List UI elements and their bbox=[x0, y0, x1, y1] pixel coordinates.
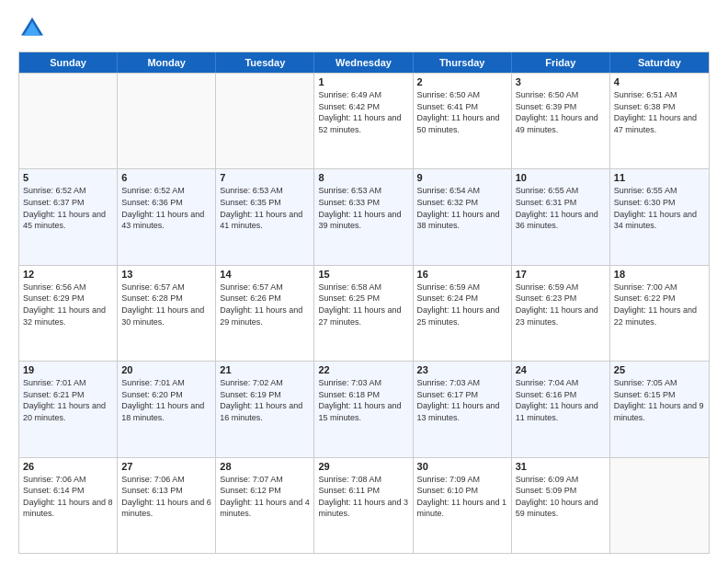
header-sunday: Sunday bbox=[19, 52, 118, 73]
day-number: 3 bbox=[516, 76, 606, 87]
cell-info: Sunrise: 6:50 AM Sunset: 6:39 PM Dayligh… bbox=[516, 89, 606, 135]
header-friday: Friday bbox=[512, 52, 610, 73]
calendar-cell: 29Sunrise: 7:08 AM Sunset: 6:11 PM Dayli… bbox=[314, 458, 413, 553]
calendar-cell: 26Sunrise: 7:06 AM Sunset: 6:14 PM Dayli… bbox=[19, 458, 118, 553]
cell-info: Sunrise: 6:09 AM Sunset: 5:09 PM Dayligh… bbox=[516, 474, 606, 520]
calendar-cell: 21Sunrise: 7:02 AM Sunset: 6:19 PM Dayli… bbox=[216, 362, 314, 456]
day-number: 12 bbox=[23, 269, 113, 280]
calendar-cell: 7Sunrise: 6:53 AM Sunset: 6:35 PM Daylig… bbox=[216, 169, 314, 264]
day-number: 21 bbox=[220, 364, 310, 375]
calendar-cell: 31Sunrise: 6:09 AM Sunset: 5:09 PM Dayli… bbox=[512, 458, 610, 553]
calendar-cell: 14Sunrise: 6:57 AM Sunset: 6:26 PM Dayli… bbox=[216, 266, 314, 361]
day-number: 25 bbox=[614, 364, 705, 375]
cell-info: Sunrise: 6:52 AM Sunset: 6:37 PM Dayligh… bbox=[23, 185, 113, 231]
cell-info: Sunrise: 6:59 AM Sunset: 6:23 PM Dayligh… bbox=[516, 282, 606, 327]
cell-info: Sunrise: 7:03 AM Sunset: 6:18 PM Dayligh… bbox=[318, 377, 408, 423]
header-wednesday: Wednesday bbox=[314, 52, 413, 73]
day-number: 15 bbox=[318, 269, 408, 280]
day-number: 14 bbox=[220, 269, 310, 280]
day-number: 7 bbox=[220, 172, 310, 183]
day-number: 19 bbox=[23, 364, 113, 375]
day-number: 11 bbox=[614, 172, 705, 183]
day-number: 13 bbox=[121, 269, 211, 280]
calendar-cell: 27Sunrise: 7:06 AM Sunset: 6:13 PM Dayli… bbox=[118, 458, 216, 553]
day-number: 9 bbox=[417, 172, 507, 183]
day-number: 16 bbox=[417, 269, 507, 280]
calendar-cell: 24Sunrise: 7:04 AM Sunset: 6:16 PM Dayli… bbox=[512, 362, 610, 456]
cell-info: Sunrise: 6:52 AM Sunset: 6:36 PM Dayligh… bbox=[121, 185, 211, 231]
day-number: 23 bbox=[417, 364, 507, 375]
cell-info: Sunrise: 6:57 AM Sunset: 6:28 PM Dayligh… bbox=[121, 282, 211, 327]
day-number: 2 bbox=[417, 76, 507, 87]
cell-info: Sunrise: 6:55 AM Sunset: 6:31 PM Dayligh… bbox=[516, 185, 606, 231]
calendar-cell: 19Sunrise: 7:01 AM Sunset: 6:21 PM Dayli… bbox=[19, 362, 118, 456]
logo-icon bbox=[18, 15, 46, 42]
page: Sunday Monday Tuesday Wednesday Thursday… bbox=[0, 0, 728, 563]
cell-info: Sunrise: 6:58 AM Sunset: 6:25 PM Dayligh… bbox=[318, 282, 408, 327]
calendar-cell: 4Sunrise: 6:51 AM Sunset: 6:38 PM Daylig… bbox=[610, 74, 709, 168]
calendar-cell: 9Sunrise: 6:54 AM Sunset: 6:32 PM Daylig… bbox=[414, 169, 512, 264]
cell-info: Sunrise: 6:53 AM Sunset: 6:35 PM Dayligh… bbox=[220, 185, 310, 231]
calendar-cell: 12Sunrise: 6:56 AM Sunset: 6:29 PM Dayli… bbox=[19, 266, 118, 361]
cell-info: Sunrise: 6:51 AM Sunset: 6:38 PM Dayligh… bbox=[614, 89, 705, 135]
calendar-header: Sunday Monday Tuesday Wednesday Thursday… bbox=[19, 52, 709, 73]
day-number: 4 bbox=[614, 76, 705, 87]
calendar: Sunday Monday Tuesday Wednesday Thursday… bbox=[18, 52, 710, 554]
calendar-cell: 23Sunrise: 7:03 AM Sunset: 6:17 PM Dayli… bbox=[414, 362, 512, 456]
calendar-cell: 18Sunrise: 7:00 AM Sunset: 6:22 PM Dayli… bbox=[610, 266, 709, 361]
cell-info: Sunrise: 6:53 AM Sunset: 6:33 PM Dayligh… bbox=[318, 185, 408, 231]
cell-info: Sunrise: 6:56 AM Sunset: 6:29 PM Dayligh… bbox=[23, 282, 113, 327]
calendar-cell: 22Sunrise: 7:03 AM Sunset: 6:18 PM Dayli… bbox=[314, 362, 413, 456]
cell-info: Sunrise: 7:06 AM Sunset: 6:14 PM Dayligh… bbox=[23, 474, 113, 520]
day-number: 1 bbox=[318, 76, 408, 87]
cell-info: Sunrise: 7:07 AM Sunset: 6:12 PM Dayligh… bbox=[220, 474, 310, 520]
cell-info: Sunrise: 7:01 AM Sunset: 6:21 PM Dayligh… bbox=[23, 377, 113, 423]
day-number: 6 bbox=[121, 172, 211, 183]
calendar-cell: 3Sunrise: 6:50 AM Sunset: 6:39 PM Daylig… bbox=[512, 74, 610, 168]
calendar-row: 12Sunrise: 6:56 AM Sunset: 6:29 PM Dayli… bbox=[19, 265, 709, 361]
cell-info: Sunrise: 7:00 AM Sunset: 6:22 PM Dayligh… bbox=[614, 282, 705, 327]
calendar-cell: 8Sunrise: 6:53 AM Sunset: 6:33 PM Daylig… bbox=[314, 169, 413, 264]
day-number: 30 bbox=[417, 461, 507, 472]
calendar-cell: 30Sunrise: 7:09 AM Sunset: 6:10 PM Dayli… bbox=[414, 458, 512, 553]
calendar-cell bbox=[216, 74, 314, 168]
cell-info: Sunrise: 6:55 AM Sunset: 6:30 PM Dayligh… bbox=[614, 185, 705, 231]
day-number: 5 bbox=[23, 172, 113, 183]
cell-info: Sunrise: 6:57 AM Sunset: 6:26 PM Dayligh… bbox=[220, 282, 310, 327]
cell-info: Sunrise: 7:05 AM Sunset: 6:15 PM Dayligh… bbox=[614, 377, 705, 423]
cell-info: Sunrise: 7:06 AM Sunset: 6:13 PM Dayligh… bbox=[121, 474, 211, 520]
cell-info: Sunrise: 7:01 AM Sunset: 6:20 PM Dayligh… bbox=[121, 377, 211, 423]
day-number: 18 bbox=[614, 269, 705, 280]
header-monday: Monday bbox=[118, 52, 216, 73]
logo bbox=[18, 15, 50, 42]
day-number: 24 bbox=[516, 364, 606, 375]
calendar-cell: 1Sunrise: 6:49 AM Sunset: 6:42 PM Daylig… bbox=[314, 74, 413, 168]
day-number: 31 bbox=[516, 461, 606, 472]
header-thursday: Thursday bbox=[414, 52, 512, 73]
calendar-cell: 25Sunrise: 7:05 AM Sunset: 6:15 PM Dayli… bbox=[610, 362, 709, 456]
day-number: 27 bbox=[121, 461, 211, 472]
cell-info: Sunrise: 6:59 AM Sunset: 6:24 PM Dayligh… bbox=[417, 282, 507, 327]
cell-info: Sunrise: 7:04 AM Sunset: 6:16 PM Dayligh… bbox=[516, 377, 606, 423]
calendar-cell bbox=[118, 74, 216, 168]
cell-info: Sunrise: 6:50 AM Sunset: 6:41 PM Dayligh… bbox=[417, 89, 507, 135]
calendar-cell bbox=[610, 458, 709, 553]
calendar-body: 1Sunrise: 6:49 AM Sunset: 6:42 PM Daylig… bbox=[19, 73, 709, 553]
cell-info: Sunrise: 6:49 AM Sunset: 6:42 PM Dayligh… bbox=[318, 89, 408, 135]
day-number: 22 bbox=[318, 364, 408, 375]
calendar-row: 26Sunrise: 7:06 AM Sunset: 6:14 PM Dayli… bbox=[19, 457, 709, 553]
cell-info: Sunrise: 7:08 AM Sunset: 6:11 PM Dayligh… bbox=[318, 474, 408, 520]
calendar-row: 5Sunrise: 6:52 AM Sunset: 6:37 PM Daylig… bbox=[19, 168, 709, 264]
calendar-cell bbox=[19, 74, 118, 168]
calendar-cell: 5Sunrise: 6:52 AM Sunset: 6:37 PM Daylig… bbox=[19, 169, 118, 264]
day-number: 10 bbox=[516, 172, 606, 183]
cell-info: Sunrise: 6:54 AM Sunset: 6:32 PM Dayligh… bbox=[417, 185, 507, 231]
calendar-cell: 15Sunrise: 6:58 AM Sunset: 6:25 PM Dayli… bbox=[314, 266, 413, 361]
calendar-row: 19Sunrise: 7:01 AM Sunset: 6:21 PM Dayli… bbox=[19, 361, 709, 456]
day-number: 28 bbox=[220, 461, 310, 472]
day-number: 17 bbox=[516, 269, 606, 280]
header-tuesday: Tuesday bbox=[216, 52, 314, 73]
calendar-cell: 20Sunrise: 7:01 AM Sunset: 6:20 PM Dayli… bbox=[118, 362, 216, 456]
calendar-cell: 2Sunrise: 6:50 AM Sunset: 6:41 PM Daylig… bbox=[414, 74, 512, 168]
header bbox=[18, 15, 710, 42]
